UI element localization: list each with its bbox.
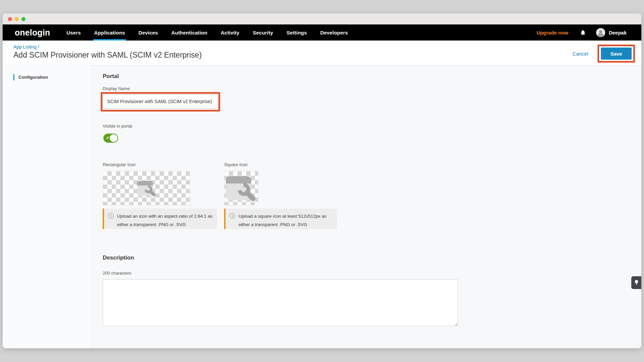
nav-item-security[interactable]: Security: [253, 24, 273, 41]
description-textarea[interactable]: [103, 279, 458, 326]
info-text-line2: either a transparent .PNG or .SVG: [239, 220, 327, 229]
app-wrench-icon: [136, 179, 157, 198]
zoom-window-button[interactable]: [21, 17, 25, 21]
upgrade-now-link[interactable]: Upgrade now: [537, 30, 568, 35]
app-wrench-icon: [224, 173, 258, 203]
top-navbar: onelogin Users Applications Devices Auth…: [3, 24, 641, 41]
save-annotation-highlight: Save: [597, 45, 635, 63]
user-name[interactable]: Deepak: [609, 30, 627, 35]
window-titlebar: [3, 13, 641, 24]
toggle-knob: [110, 134, 117, 142]
check-icon: ✓: [106, 135, 110, 140]
rectangular-icon-label: Rectangular Icon: [103, 162, 135, 167]
main-content: Portal Display Name Visible in portal ✓ …: [92, 65, 641, 348]
lightbulb-icon: [634, 279, 639, 286]
nav-item-activity[interactable]: Activity: [221, 24, 240, 41]
app-window: onelogin Users Applications Devices Auth…: [3, 13, 641, 348]
save-button[interactable]: Save: [601, 48, 632, 60]
active-item-accent-bar: [13, 74, 14, 80]
notifications-bell-icon[interactable]: [580, 29, 586, 36]
nav-item-devices[interactable]: Devices: [139, 24, 158, 41]
sidebar-item-label: Configuration: [18, 75, 48, 80]
char-counter-label: 200 characters: [103, 271, 131, 276]
nav-item-authentication[interactable]: Authentication: [171, 24, 207, 41]
nav-item-settings[interactable]: Settings: [286, 24, 307, 41]
display-name-label: Display Name: [103, 86, 130, 91]
visible-in-portal-label: Visible in portal: [103, 124, 132, 129]
minimize-window-button[interactable]: [15, 17, 19, 21]
help-lightbulb-button[interactable]: [631, 276, 641, 289]
info-text-line2: either a transparent .PNG or .SVG: [117, 220, 212, 229]
nav-menu: Users Applications Devices Authenticatio…: [67, 24, 348, 41]
square-icon-info: i Upload a square icon at least 512x512p…: [224, 209, 337, 229]
user-avatar[interactable]: [596, 28, 605, 37]
rectangular-icon-preview[interactable]: [103, 171, 190, 205]
page-title: Add SCIM Provisioner with SAML (SCIM v2 …: [13, 51, 202, 60]
display-name-input[interactable]: [103, 94, 218, 108]
nav-item-developers[interactable]: Developers: [320, 24, 348, 41]
settings-sidebar: Configuration: [3, 65, 92, 348]
square-icon-preview[interactable]: [224, 171, 258, 205]
window-controls: [8, 17, 25, 21]
breadcrumb-app-listing[interactable]: App Listing /: [13, 44, 39, 50]
visible-in-portal-toggle[interactable]: ✓: [103, 134, 118, 143]
page-header: App Listing / Add SCIM Provisioner with …: [3, 41, 641, 65]
info-text-line1: Upload an icon with an aspect-ratio of 2…: [117, 212, 212, 220]
description-section-heading: Description: [103, 255, 134, 261]
info-circle-icon: i: [108, 213, 114, 219]
info-circle-icon: i: [229, 213, 235, 219]
nav-item-users[interactable]: Users: [67, 24, 81, 41]
sidebar-item-configuration[interactable]: Configuration: [3, 73, 92, 81]
nav-item-applications[interactable]: Applications: [94, 24, 125, 41]
rectangular-icon-info: i Upload an icon with an aspect-ratio of…: [103, 209, 217, 229]
cancel-button[interactable]: Cancel: [572, 51, 588, 57]
close-window-button[interactable]: [8, 17, 12, 21]
portal-section-heading: Portal: [103, 73, 119, 80]
info-text-line1: Upload a square icon at least 512x512px …: [239, 212, 327, 220]
onelogin-logo[interactable]: onelogin: [15, 28, 50, 38]
square-icon-label: Square Icon: [224, 162, 248, 167]
